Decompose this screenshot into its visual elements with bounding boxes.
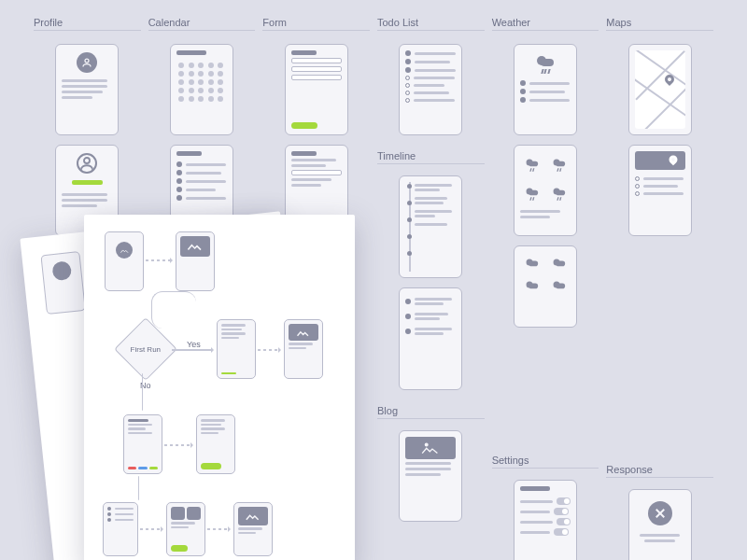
column-form: Form bbox=[262, 17, 370, 560]
map-pin-icon bbox=[667, 154, 679, 166]
column-label-form: Form bbox=[262, 17, 370, 31]
wireframe-calendar-1 bbox=[170, 44, 233, 135]
cloud-rain-icon bbox=[535, 54, 556, 67]
wireframe-profile-3 bbox=[55, 245, 119, 328]
column-label-weather: Weather bbox=[492, 17, 599, 31]
image-placeholder-icon bbox=[405, 437, 456, 459]
map-strip bbox=[635, 151, 685, 170]
column-weather: Weather Settings bbox=[492, 17, 599, 560]
wireframe-weather-2 bbox=[514, 145, 577, 236]
avatar-icon bbox=[78, 254, 95, 271]
wireframe-form-2 bbox=[285, 145, 348, 236]
svg-point-3 bbox=[425, 443, 428, 446]
column-label-profile: Profile bbox=[34, 17, 141, 31]
toggle-icon bbox=[557, 497, 571, 505]
column-maps: Maps Response bbox=[606, 17, 713, 560]
cloud-icon bbox=[552, 158, 566, 167]
wireframe-blog-1 bbox=[399, 430, 462, 522]
cloud-icon bbox=[552, 258, 566, 267]
avatar-icon bbox=[77, 52, 97, 73]
svg-point-2 bbox=[85, 258, 90, 262]
wireframe-form-1 bbox=[285, 44, 348, 135]
cloud-icon bbox=[525, 158, 539, 167]
wireframe-maps-2 bbox=[628, 145, 692, 236]
wireframe-weather-bottom bbox=[55, 368, 119, 459]
wireframe-timeline-2 bbox=[399, 287, 462, 390]
map-placeholder bbox=[635, 50, 685, 129]
column-calendar: Calendar bbox=[148, 17, 256, 560]
toggle-icon bbox=[554, 528, 569, 536]
wireframe-settings-1 bbox=[514, 480, 577, 560]
column-label-settings: Settings bbox=[492, 455, 599, 469]
wireframe-response-1 bbox=[628, 489, 692, 560]
wireframe-weather-3 bbox=[514, 245, 577, 328]
calendar-dot-grid bbox=[176, 61, 227, 104]
column-label-calendar: Calendar bbox=[148, 17, 256, 31]
wireframe-timeline-1 bbox=[399, 175, 462, 278]
column-todo-timeline: Todo List Timeline bbox=[377, 17, 485, 560]
wireframe-grid: Profile Weathe Calendar bbox=[0, 0, 747, 560]
column-label-timeline: Timeline bbox=[377, 150, 485, 164]
wireframe-profile-2 bbox=[55, 145, 119, 236]
wireframe-weather-1 bbox=[514, 44, 577, 135]
column-label-maps: Maps bbox=[606, 17, 713, 31]
submit-button-placeholder bbox=[291, 122, 317, 129]
error-x-icon bbox=[648, 501, 672, 525]
toggle-icon bbox=[557, 518, 571, 525]
wireframe-todo-1 bbox=[399, 44, 462, 135]
wireframe-profile-1 bbox=[55, 44, 119, 135]
cloud-icon bbox=[552, 280, 566, 289]
cloud-rain-icon bbox=[77, 378, 97, 391]
wireframe-calendar-2 bbox=[170, 145, 233, 236]
toggle-icon bbox=[554, 508, 569, 515]
column-label-response: Response bbox=[606, 464, 713, 478]
cloud-icon bbox=[525, 280, 539, 289]
cloud-icon bbox=[525, 187, 539, 196]
column-profile: Profile Weathe bbox=[34, 17, 141, 560]
column-label-todo: Todo List bbox=[377, 17, 485, 31]
svg-point-1 bbox=[84, 158, 90, 163]
wireframe-maps-1 bbox=[628, 44, 692, 135]
column-label-blog: Blog bbox=[377, 405, 485, 419]
svg-point-0 bbox=[85, 59, 89, 63]
column-label-weather-cut: Weathe bbox=[34, 343, 141, 357]
cloud-icon bbox=[525, 258, 539, 267]
cloud-icon bbox=[552, 187, 566, 196]
avatar-icon bbox=[77, 153, 97, 174]
